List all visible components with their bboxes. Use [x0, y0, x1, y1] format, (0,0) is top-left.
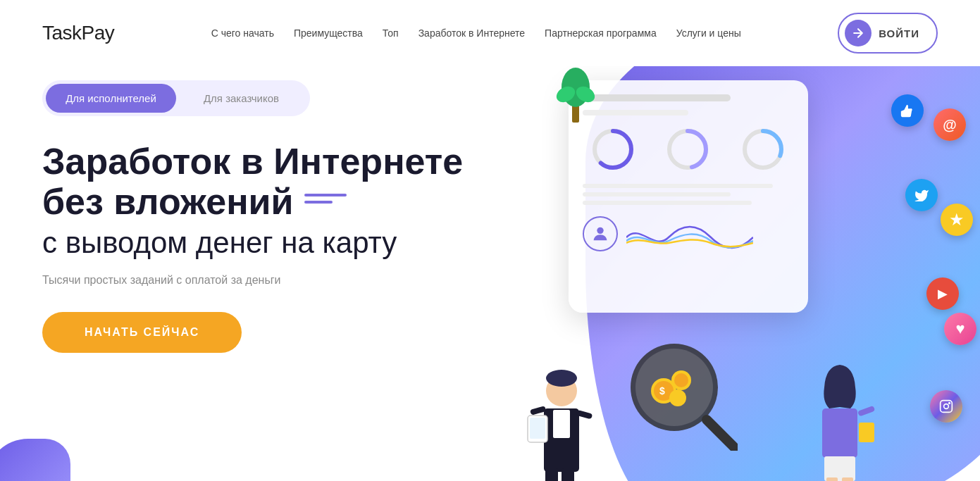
logo-pay: Pay	[82, 22, 115, 44]
cta-button[interactable]: НАЧАТЬ СЕЙЧАС	[42, 312, 242, 353]
svg-point-18	[674, 373, 688, 387]
metric-circle-2	[665, 127, 711, 173]
svg-rect-34	[857, 406, 875, 417]
svg-point-42	[944, 404, 949, 409]
person-right	[801, 352, 879, 481]
dashboard-card	[569, 80, 808, 313]
hero-title-line1: Заработок в Интернете	[42, 142, 569, 182]
nav-earnings[interactable]: Заработок в Интернете	[418, 27, 525, 39]
hero-title-line2: без вложений	[42, 182, 569, 222]
svg-rect-24	[530, 406, 546, 415]
underline-2	[304, 201, 333, 204]
svg-point-6	[597, 227, 603, 234]
tab-customers[interactable]: Для заказчиков	[176, 84, 306, 113]
login-label: ВОЙТИ	[879, 27, 919, 39]
social-icon-twitter	[905, 179, 938, 211]
svg-text:$: $	[659, 385, 665, 396]
svg-rect-36	[826, 477, 838, 481]
nav-services[interactable]: Услуги и цены	[676, 27, 741, 39]
hero-description: Тысячи простых заданий с оплатой за день…	[42, 274, 569, 287]
svg-rect-35	[824, 456, 855, 481]
svg-rect-21	[553, 410, 570, 438]
svg-rect-29	[562, 468, 574, 481]
hero-subtitle: с выводом денег на карту	[42, 226, 569, 260]
decorative-blob-left	[0, 439, 70, 481]
nav-start[interactable]: С чего начать	[211, 27, 274, 39]
header: TaskPay С чего начать Преимущества Топ З…	[0, 0, 980, 66]
nav-benefits[interactable]: Преимущества	[294, 27, 363, 39]
plant-decoration	[554, 66, 597, 125]
svg-point-23	[546, 370, 577, 387]
social-icon-like	[891, 94, 924, 127]
svg-point-43	[949, 403, 950, 404]
logo[interactable]: TaskPay	[42, 22, 114, 44]
main-section: Для исполнителей Для заказчиков Заработо…	[0, 66, 980, 481]
social-icon-play: ▶	[926, 277, 959, 310]
svg-rect-32	[822, 408, 857, 458]
social-icon-star: ★	[941, 204, 973, 236]
svg-rect-27	[530, 418, 545, 439]
logo-task: Task	[42, 22, 82, 44]
svg-line-13	[707, 420, 734, 447]
social-icon-instagram	[930, 390, 962, 423]
social-icon-heart: ♥	[944, 313, 976, 345]
underline-1	[304, 194, 347, 196]
metric-circle-3	[740, 127, 786, 173]
tab-switcher: Для исполнителей Для заказчиков	[42, 80, 310, 116]
svg-rect-37	[842, 477, 853, 481]
wavy-chart	[626, 216, 753, 251]
svg-point-19	[669, 389, 686, 406]
nav: С чего начать Преимущества Топ Заработок…	[211, 27, 741, 39]
hero-title: Заработок в Интернете без вложений	[42, 142, 569, 222]
nav-partner[interactable]: Партнерская программа	[545, 27, 657, 39]
tab-executors[interactable]: Для исполнителей	[46, 84, 176, 113]
nav-top[interactable]: Топ	[383, 27, 399, 39]
login-button[interactable]: ВОЙТИ	[838, 13, 938, 54]
illustration-container: $	[512, 66, 935, 481]
hero-title-line2-text: без вложений	[42, 182, 293, 222]
person-left	[519, 352, 604, 481]
right-illustration: $	[569, 66, 980, 481]
svg-rect-40	[859, 423, 874, 442]
svg-rect-28	[545, 468, 558, 481]
social-icon-at: @	[934, 108, 966, 141]
login-icon	[845, 20, 872, 46]
svg-rect-41	[941, 401, 953, 413]
magnifying-glass: $	[625, 338, 738, 454]
left-content: Для исполнителей Для заказчиков Заработо…	[0, 66, 569, 481]
metric-circle-1	[590, 127, 636, 173]
